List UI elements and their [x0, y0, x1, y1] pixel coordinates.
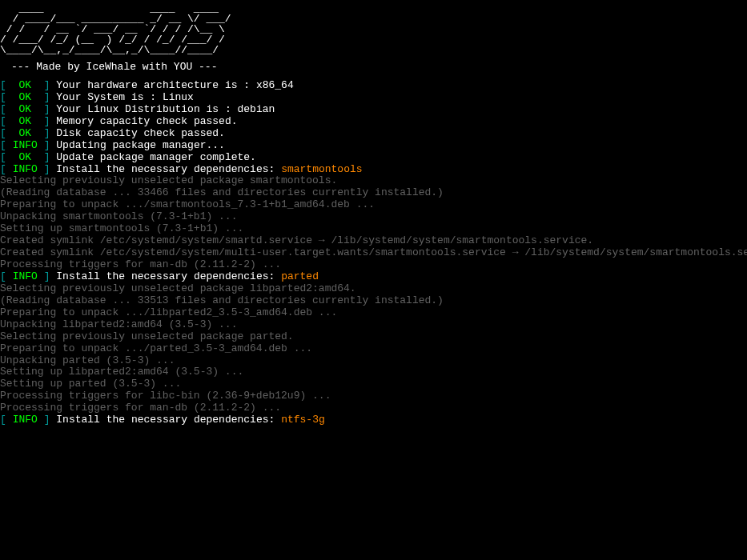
status-line: [ INFO ] Install the necessary dependenc… — [0, 414, 747, 426]
bracket-open: [ — [0, 139, 6, 151]
bracket-close: ] — [44, 270, 50, 282]
bracket-open: [ — [0, 163, 6, 175]
tagline: --- Made by IceWhale with YOU --- — [11, 62, 747, 74]
apt-output-line: Setting up parted (3.5-3) ... — [0, 378, 747, 390]
apt-output-line: (Reading database ... 33513 files and di… — [0, 295, 747, 307]
status-line: [ OK ] Memory capacity check passed. — [0, 116, 747, 128]
bracket-open: [ — [0, 127, 6, 139]
status-ok: OK — [18, 127, 31, 139]
bracket-close: ] — [44, 79, 50, 91]
status-line-parted: [ INFO ] Install the necessary dependenc… — [0, 271, 747, 283]
terminal-output: ____ ____ ____ / ____/___ __________ _/ … — [0, 0, 747, 426]
status-message: Your hardware architecture is : x86_64 — [56, 79, 293, 91]
bracket-close: ] — [44, 103, 50, 115]
ascii-logo: ____ ____ ____ / ____/___ __________ _/ … — [0, 3, 747, 55]
status-ok: OK — [18, 91, 31, 103]
bracket-open: [ — [0, 79, 6, 91]
apt-output-line: Selecting previously unselected package … — [0, 331, 747, 343]
bracket-open: [ — [0, 414, 6, 426]
apt-output-line: Selecting previously unselected package … — [0, 175, 747, 187]
apt-output-line: Created symlink /etc/systemd/system/smar… — [0, 235, 747, 247]
status-line: [ INFO ] Updating package manager... — [0, 140, 747, 152]
apt-output-parted: Selecting previously unselected package … — [0, 283, 747, 414]
bracket-close: ] — [44, 127, 50, 139]
apt-output-line: (Reading database ... 33466 files and di… — [0, 187, 747, 199]
bracket-open: [ — [0, 103, 6, 115]
status-line: [ OK ] Disk capacity check passed. — [0, 128, 747, 140]
status-ok: OK — [18, 151, 31, 163]
apt-output-line: Preparing to unpack .../libparted2_3.5-3… — [0, 307, 747, 319]
status-message: Update package manager complete. — [56, 151, 256, 163]
status-info: INFO — [13, 414, 38, 426]
bracket-open: [ — [0, 270, 6, 282]
status-ok: OK — [18, 115, 31, 127]
apt-output-line: Unpacking smartmontools (7.3-1+b1) ... — [0, 211, 747, 223]
bracket-close: ] — [44, 115, 50, 127]
status-info: INFO — [13, 270, 38, 282]
apt-output-line: Preparing to unpack .../parted_3.5-3_amd… — [0, 343, 747, 355]
bracket-open: [ — [0, 151, 6, 163]
package-name: ntfs-3g — [281, 414, 325, 426]
package-name: parted — [281, 270, 319, 282]
apt-output-line: Setting up libparted2:amd64 (3.5-3) ... — [0, 366, 747, 378]
apt-output-line: Preparing to unpack .../smartmontools_7.… — [0, 199, 747, 211]
status-ok: OK — [18, 103, 31, 115]
bracket-close: ] — [44, 91, 50, 103]
status-ok: OK — [18, 79, 31, 91]
bracket-open: [ — [0, 91, 6, 103]
status-line: [ INFO ] Install the necessary dependenc… — [0, 164, 747, 176]
status-info: INFO — [13, 139, 38, 151]
apt-output-line: Unpacking parted (3.5-3) ... — [0, 355, 747, 367]
status-message: Install the necessary dependencies: — [56, 414, 281, 426]
status-message: Install the necessary dependencies: — [56, 163, 281, 175]
status-message: Install the necessary dependencies: — [56, 270, 281, 282]
status-message: Memory capacity check passed. — [56, 115, 237, 127]
apt-output-line: Selecting previously unselected package … — [0, 283, 747, 295]
status-lines: [ OK ] Your hardware architecture is : x… — [0, 80, 747, 176]
apt-output-line: Processing triggers for libc-bin (2.36-9… — [0, 390, 747, 402]
apt-output-line: Processing triggers for man-db (2.11.2-2… — [0, 259, 747, 271]
status-info: INFO — [13, 163, 38, 175]
bracket-close: ] — [44, 163, 50, 175]
package-name: smartmontools — [281, 163, 362, 175]
status-message: Disk capacity check passed. — [56, 127, 225, 139]
status-message: Your Linux Distribution is : debian — [56, 103, 275, 115]
apt-output-line: Unpacking libparted2:amd64 (3.5-3) ... — [0, 319, 747, 331]
status-line: [ OK ] Update package manager complete. — [0, 152, 747, 164]
status-message: Updating package manager... — [56, 139, 225, 151]
status-line: [ OK ] Your hardware architecture is : x… — [0, 80, 747, 92]
apt-output-line: Created symlink /etc/systemd/system/mult… — [0, 247, 747, 259]
bracket-close: ] — [44, 414, 50, 426]
bracket-open: [ — [0, 115, 6, 127]
apt-output-line: Processing triggers for man-db (2.11.2-2… — [0, 402, 747, 414]
apt-output-line: Setting up smartmontools (7.3-1+b1) ... — [0, 223, 747, 235]
bracket-close: ] — [44, 151, 50, 163]
bracket-close: ] — [44, 139, 50, 151]
status-line: [ OK ] Your Linux Distribution is : debi… — [0, 104, 747, 116]
status-line: [ OK ] Your System is : Linux — [0, 92, 747, 104]
status-line-ntfs: [ INFO ] Install the necessary dependenc… — [0, 414, 747, 426]
apt-output-smartmontools: Selecting previously unselected package … — [0, 175, 747, 271]
status-line: [ INFO ] Install the necessary dependenc… — [0, 271, 747, 283]
status-message: Your System is : Linux — [56, 91, 194, 103]
